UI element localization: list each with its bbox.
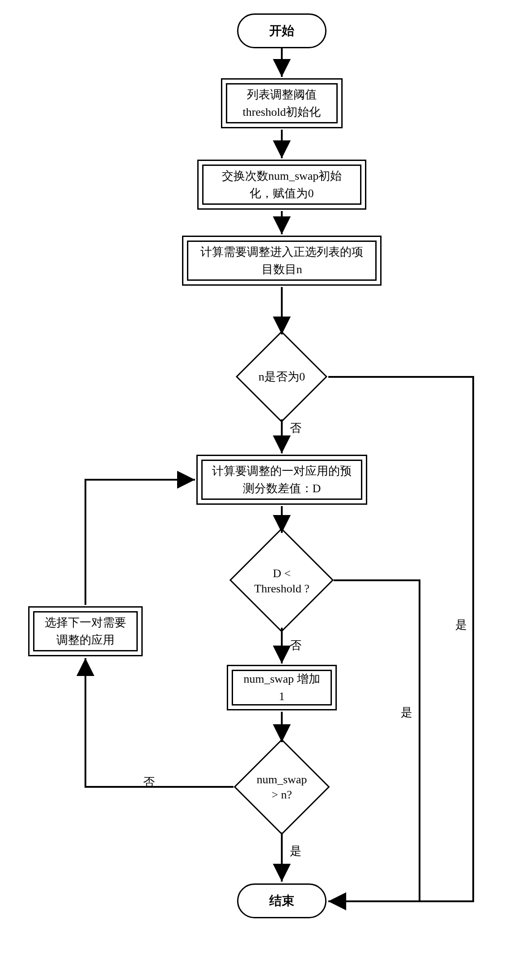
edge-d-yes: 是 (401, 705, 412, 720)
process-init-numswap: 交换次数num_swap初始 化，赋值为0 (202, 165, 361, 205)
process-calc-n: 计算需要调整进入正选列表的项 目数目n (187, 241, 377, 281)
process-init-numswap-label: 交换次数num_swap初始 化，赋值为0 (222, 167, 342, 202)
process-calc-n-label: 计算需要调整进入正选列表的项 目数目n (200, 243, 363, 278)
edge-d-no: 否 (290, 638, 301, 653)
decision-d-threshold (229, 528, 334, 632)
process-init-threshold: 列表调整阈值 threshold初始化 (226, 83, 338, 123)
process-next-pair-label: 选择下一对需要 调整的应用 (45, 614, 126, 649)
edge-n-no: 否 (290, 420, 301, 436)
process-init-threshold-label: 列表调整阈值 threshold初始化 (243, 86, 321, 121)
start-terminator: 开始 (237, 13, 327, 48)
decision-n-zero (236, 331, 327, 422)
decision-swap-gt-n (234, 739, 330, 835)
end-terminator: 结束 (237, 883, 327, 918)
edge-swap-yes: 是 (290, 843, 301, 859)
edge-swap-no: 否 (143, 774, 155, 790)
process-calc-d-label: 计算要调整的一对应用的预 测分数差值：D (212, 462, 352, 497)
process-inc-label: num_swap 增加 1 (243, 670, 320, 705)
process-inc: num_swap 增加 1 (232, 670, 332, 705)
start-label: 开始 (269, 22, 294, 39)
process-calc-d: 计算要调整的一对应用的预 测分数差值：D (201, 460, 362, 500)
edge-n-yes: 是 (455, 617, 467, 633)
end-label: 结束 (269, 892, 294, 909)
process-next-pair: 选择下一对需要 调整的应用 (33, 611, 138, 651)
